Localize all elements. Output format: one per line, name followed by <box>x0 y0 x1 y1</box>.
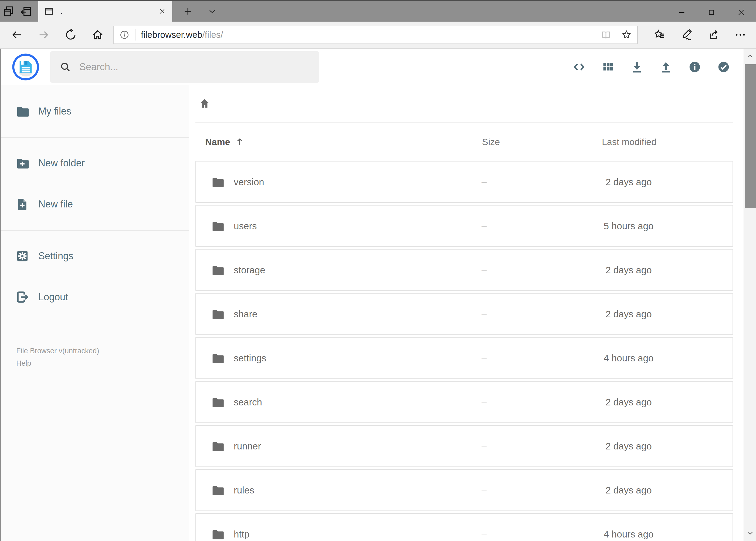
breadcrumb-home-icon[interactable] <box>198 97 211 110</box>
file-modified: 4 hours ago <box>560 529 732 540</box>
sidebar-divider <box>0 230 189 231</box>
file-name: storage <box>234 265 265 275</box>
sidebar-item-new-folder[interactable]: New folder <box>0 148 189 178</box>
file-size: – <box>475 353 560 363</box>
more-dots-icon <box>734 29 747 41</box>
filebrowser-logo-floppy[interactable] <box>12 53 39 81</box>
file-row[interactable]: version – 2 days ago <box>195 161 733 203</box>
help-link[interactable]: Help <box>16 357 189 369</box>
tab-list-button[interactable] <box>203 3 221 20</box>
raw-code-button[interactable] <box>565 51 594 83</box>
refresh-button[interactable] <box>57 23 84 47</box>
sidebar-divider <box>0 137 189 138</box>
sidebar-item-my-files[interactable]: My files <box>0 96 189 126</box>
share-button[interactable] <box>700 23 727 47</box>
scrollbar-thumb[interactable] <box>745 64 756 208</box>
web-note-button[interactable] <box>673 23 700 47</box>
folder-icon <box>210 263 225 277</box>
minimize-button[interactable] <box>667 2 697 23</box>
column-header-size[interactable]: Size <box>476 137 560 147</box>
grid-view-button[interactable] <box>594 51 623 83</box>
more-button[interactable] <box>727 23 754 47</box>
file-row-name-cell: search <box>196 395 475 409</box>
page-scrollbar[interactable] <box>744 49 756 541</box>
header-actions <box>565 51 738 83</box>
tab-title: . <box>61 7 158 16</box>
folder-icon <box>210 175 225 189</box>
toolbar-right-actions <box>646 23 754 47</box>
file-row-name-cell: users <box>196 219 475 233</box>
download-icon <box>630 60 644 74</box>
folder-icon <box>210 395 225 409</box>
sidebar-item-label: New folder <box>38 158 85 169</box>
file-modified: 2 days ago <box>560 265 732 275</box>
new-tab-button[interactable] <box>179 3 196 20</box>
file-row-name-cell: rules <box>196 483 475 497</box>
new-file-icon <box>15 197 30 212</box>
sidebar-item-settings[interactable]: Settings <box>0 241 189 271</box>
home-icon <box>92 29 104 41</box>
address-bar[interactable]: filebrowser.web/files/ <box>114 26 638 44</box>
home-button[interactable] <box>84 23 111 47</box>
file-row[interactable]: share – 2 days ago <box>195 293 733 335</box>
tabs-aside-button[interactable] <box>17 3 35 20</box>
file-row-name-cell: runner <box>196 439 475 453</box>
window-controls <box>667 2 756 23</box>
scroll-up-button[interactable] <box>744 49 756 64</box>
search-box[interactable] <box>50 51 319 83</box>
maximize-button[interactable] <box>697 2 726 23</box>
new-tab-icon <box>183 6 193 16</box>
file-row[interactable]: storage – 2 days ago <box>195 249 733 291</box>
file-name: settings <box>234 353 266 363</box>
download-button[interactable] <box>623 51 651 83</box>
folder-icon <box>210 351 225 365</box>
file-modified: 2 days ago <box>560 309 732 319</box>
share-icon <box>707 29 720 41</box>
info-icon <box>688 60 701 74</box>
reading-view-icon[interactable] <box>601 29 611 40</box>
upload-icon <box>659 60 672 74</box>
close-tab-icon[interactable] <box>158 7 166 15</box>
back-button[interactable] <box>3 23 30 47</box>
file-row[interactable]: rules – 2 days ago <box>195 469 733 511</box>
tab-preview-button[interactable] <box>0 3 17 20</box>
forward-button[interactable] <box>30 23 57 47</box>
breadcrumb <box>195 85 733 122</box>
upload-button[interactable] <box>651 51 680 83</box>
close-window-icon <box>737 8 745 17</box>
logout-icon <box>15 290 30 304</box>
hub-button[interactable] <box>646 23 673 47</box>
search-input[interactable] <box>79 61 310 73</box>
folder-icon <box>210 307 225 321</box>
sidebar-footer: File Browser v(untracked) Help <box>16 345 189 369</box>
column-header-name[interactable]: Name <box>195 137 476 147</box>
browser-tab[interactable]: . <box>38 1 172 22</box>
folder-icon <box>210 439 225 453</box>
tabs-aside-icon <box>20 5 32 17</box>
hub-icon <box>653 29 665 41</box>
chevron-up-icon <box>746 53 754 60</box>
sidebar-item-new-file[interactable]: New file <box>0 189 189 219</box>
column-header-modified[interactable]: Last modified <box>560 137 733 147</box>
site-info-icon[interactable] <box>119 30 129 40</box>
file-row-name-cell: share <box>196 307 475 321</box>
file-name: users <box>234 221 257 232</box>
file-row-name-cell: http <box>196 527 475 541</box>
sidebar-item-logout[interactable]: Logout <box>0 282 189 312</box>
file-row[interactable]: users – 5 hours ago <box>195 205 733 247</box>
app-version: File Browser v(untracked) <box>16 345 189 357</box>
file-row-name-cell: settings <box>196 351 475 365</box>
file-size: – <box>475 265 560 275</box>
file-row[interactable]: search – 2 days ago <box>195 381 733 423</box>
close-window-button[interactable] <box>726 2 756 23</box>
file-row[interactable]: settings – 4 hours ago <box>195 337 733 379</box>
scroll-down-button[interactable] <box>744 525 756 541</box>
app-body: My files New folder <box>0 85 756 541</box>
folder-icon <box>210 483 225 497</box>
select-multiple-button[interactable] <box>709 51 738 83</box>
url-path: /files/ <box>202 30 223 40</box>
favorite-star-icon[interactable] <box>621 29 632 40</box>
file-row[interactable]: http – 4 hours ago <box>195 513 733 541</box>
info-button[interactable] <box>680 51 709 83</box>
file-row[interactable]: runner – 2 days ago <box>195 425 733 467</box>
